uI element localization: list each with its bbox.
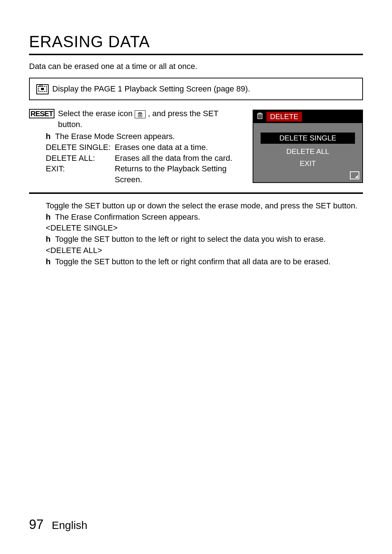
camera-dotted-icon bbox=[36, 84, 49, 94]
def-term: DELETE SINGLE: bbox=[46, 142, 115, 153]
step-2-text: Select the erase icon , and press the SE… bbox=[58, 108, 242, 130]
step3-line1: Toggle the SET button up or down the sel… bbox=[46, 200, 363, 212]
screen-body: DELETE SINGLE DELETE ALL EXIT bbox=[253, 123, 362, 182]
bullet-h-icon: h bbox=[46, 234, 53, 245]
step3-bullet2-text: Toggle the SET button to the left or rig… bbox=[55, 235, 326, 244]
step-3-block: Toggle the SET button up or down the sel… bbox=[29, 200, 363, 268]
svg-rect-14 bbox=[259, 113, 261, 114]
title-rule bbox=[29, 54, 363, 55]
step3-head1: <DELETE SINGLE> bbox=[46, 223, 363, 234]
step3-bullet2: h Toggle the SET button to the left or r… bbox=[46, 234, 363, 245]
step-1-box: Display the PAGE 1 Playback Setting Scre… bbox=[29, 78, 363, 100]
reset-icon: RESET bbox=[29, 109, 54, 118]
step-2-row: RESET Select the erase icon , an bbox=[29, 108, 363, 185]
def-desc: Erases all the data from the card. bbox=[115, 153, 232, 164]
bullet-h-icon: h bbox=[46, 212, 53, 223]
def-row: EXIT: Returns to the Playback Setting Sc… bbox=[46, 163, 242, 185]
screen-title-tab: DELETE bbox=[266, 112, 302, 122]
step2-bullet-text: The Erase Mode Screen appears. bbox=[55, 132, 175, 141]
page-number: 97 bbox=[29, 517, 44, 532]
page-title: ERASING DATA bbox=[29, 33, 363, 51]
def-term: EXIT: bbox=[46, 163, 115, 185]
step2-text-a: Select the erase icon bbox=[58, 109, 135, 118]
lcd-screen: DELETE DELETE SINGLE DELETE ALL EXIT bbox=[253, 110, 363, 183]
page-language: English bbox=[52, 519, 87, 531]
def-term: DELETE ALL: bbox=[46, 153, 115, 164]
step3-bullet1-text: The Erase Confirmation Screen appears. bbox=[55, 212, 200, 221]
intro-text: Data can be erased one at a time or all … bbox=[29, 62, 363, 71]
erase-icon bbox=[135, 110, 146, 118]
trash-icon bbox=[257, 113, 263, 121]
step3-head2: <DELETE ALL> bbox=[46, 245, 363, 256]
screen-option-delete-single: DELETE SINGLE bbox=[261, 133, 355, 144]
step3-bullet3: h Toggle the SET button to the left or r… bbox=[46, 256, 363, 268]
def-row: DELETE ALL: Erases all the data from the… bbox=[46, 153, 242, 164]
screen-option-exit: EXIT bbox=[261, 159, 355, 168]
step3-bullet1: h The Erase Confirmation Screen appears. bbox=[46, 212, 363, 223]
svg-rect-7 bbox=[139, 112, 141, 113]
step-1-text: Display the PAGE 1 Playback Setting Scre… bbox=[52, 83, 250, 94]
step3-bullet3-text: Toggle the SET button to the left or rig… bbox=[55, 257, 331, 266]
section-rule bbox=[29, 192, 363, 194]
footer: 97 English bbox=[29, 517, 87, 532]
step2-bullet: h The Erase Mode Screen appears. bbox=[46, 131, 242, 142]
bullet-h-icon: h bbox=[46, 131, 53, 142]
bullet-h-icon: h bbox=[46, 256, 53, 268]
svg-rect-2 bbox=[40, 85, 42, 86]
def-desc: Returns to the Playback Setting Screen. bbox=[115, 163, 242, 185]
screen-option-delete-all: DELETE ALL bbox=[261, 147, 355, 156]
screen-resize-icon bbox=[350, 171, 359, 179]
def-row: DELETE SINGLE: Erases one data at a time… bbox=[46, 142, 242, 153]
def-desc: Erases one data at a time. bbox=[115, 142, 208, 153]
screen-header: DELETE bbox=[253, 110, 362, 123]
svg-rect-1 bbox=[41, 88, 44, 90]
